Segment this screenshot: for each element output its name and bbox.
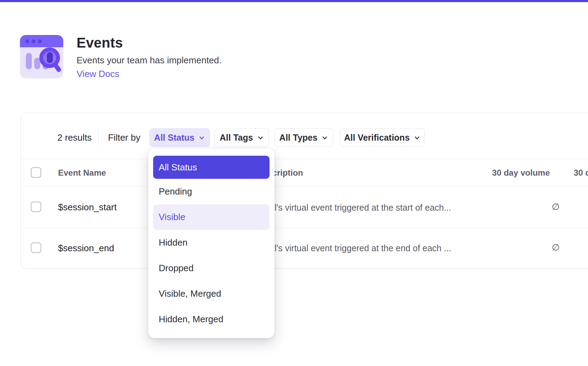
chevron-down-icon bbox=[257, 134, 264, 141]
page-subtitle: Events your team has implemented. bbox=[77, 55, 222, 65]
status-filter-dropdown: All Status Pending Visible Hidden Droppe… bbox=[148, 149, 274, 338]
page-header: Events Events your team has implemented.… bbox=[20, 35, 222, 79]
dropdown-item-pending[interactable]: Pending bbox=[153, 179, 270, 204]
filter-button-verifications-label: All Verifications bbox=[344, 133, 410, 143]
dropdown-item-all-status[interactable]: All Status bbox=[153, 156, 270, 179]
chevron-down-icon bbox=[321, 134, 328, 141]
filter-button-verifications[interactable]: All Verifications bbox=[340, 128, 425, 147]
column-header-right-clipped[interactable]: 30 d bbox=[574, 168, 588, 178]
page-header-text: Events Events your team has implemented.… bbox=[77, 35, 222, 79]
filter-button-tags[interactable]: All Tags bbox=[215, 128, 269, 147]
event-name-cell[interactable]: $session_end bbox=[58, 243, 114, 254]
event-volume-cell: ∅ bbox=[468, 242, 560, 253]
events-page: Events Events your team has implemented.… bbox=[0, 0, 588, 366]
column-header-30-day-volume[interactable]: 30 day volume bbox=[458, 168, 550, 178]
dropdown-item-hidden-merged[interactable]: Hidden, Merged bbox=[153, 307, 270, 332]
dropdown-item-visible-merged[interactable]: Visible, Merged bbox=[153, 281, 270, 307]
filter-button-status-label: All Status bbox=[154, 133, 194, 143]
filter-button-tags-label: All Tags bbox=[220, 133, 253, 143]
filter-by-label: Filter by bbox=[108, 132, 140, 143]
chevron-down-icon bbox=[414, 134, 421, 141]
filter-button-types-label: All Types bbox=[279, 133, 317, 143]
results-count: 2 results bbox=[57, 132, 92, 143]
column-header-event-name[interactable]: Event Name bbox=[58, 168, 106, 178]
dropdown-item-dropped[interactable]: Dropped bbox=[153, 255, 270, 281]
dropdown-item-hidden[interactable]: Hidden bbox=[153, 230, 270, 255]
table-header-top-border bbox=[21, 159, 588, 159]
dropdown-item-visible[interactable]: Visible bbox=[153, 204, 270, 230]
event-name-cell[interactable]: $session_start bbox=[58, 202, 117, 213]
events-app-icon bbox=[20, 35, 63, 78]
browser-search-icon bbox=[20, 35, 63, 78]
filter-button-types[interactable]: All Types bbox=[274, 128, 333, 147]
select-all-checkbox[interactable] bbox=[31, 167, 41, 178]
row-checkbox[interactable] bbox=[31, 202, 41, 212]
event-volume-cell: ∅ bbox=[468, 202, 560, 212]
top-accent-bar bbox=[0, 0, 588, 2]
view-docs-link[interactable]: View Docs bbox=[77, 69, 222, 79]
page-title: Events bbox=[77, 35, 222, 50]
events-card: 2 results Filter by All Status All Tags … bbox=[21, 113, 588, 268]
row-divider bbox=[21, 228, 588, 228]
chevron-down-icon bbox=[198, 134, 205, 141]
toolbar-divider bbox=[98, 129, 99, 146]
table-header-bottom-border bbox=[21, 186, 588, 186]
row-checkbox[interactable] bbox=[31, 242, 41, 253]
filter-button-status[interactable]: All Status bbox=[149, 128, 210, 147]
